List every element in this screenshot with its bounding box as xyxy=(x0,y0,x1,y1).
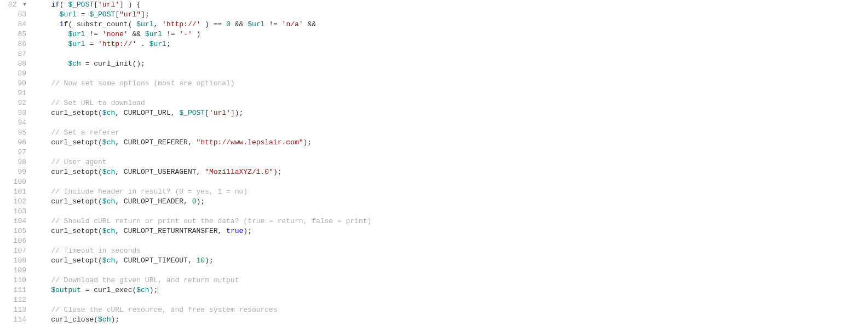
code-editor[interactable]: 82 ▼838485868788899091929394959697989910… xyxy=(0,0,868,325)
line-number[interactable]: 90 xyxy=(0,79,26,89)
token-var: $url xyxy=(60,10,77,19)
line-number[interactable]: 89 xyxy=(0,69,26,79)
code-line[interactable]: // Set a referer xyxy=(34,128,371,138)
line-number[interactable]: 110 xyxy=(0,276,26,285)
line-number[interactable]: 94 xyxy=(0,118,26,128)
line-number[interactable]: 111 xyxy=(0,285,26,295)
code-line[interactable]: if( $_POST['url'] ) { xyxy=(34,0,371,10)
token-comment: // Close the cURL resource, and free sys… xyxy=(51,306,277,314)
token-func: curl_setopt xyxy=(51,197,98,206)
code-line[interactable]: $url = $_POST["url"]; xyxy=(34,10,371,20)
line-number[interactable]: 96 xyxy=(0,138,26,148)
token-comment: // Now set some options (most are option… xyxy=(51,79,234,87)
token-string: "http://www.lepslair.com" xyxy=(197,138,303,147)
code-line[interactable]: // Include header in result? (0 = yes, 1… xyxy=(34,187,371,197)
code-line[interactable]: // Now set some options (most are option… xyxy=(34,79,371,89)
line-number[interactable]: 103 xyxy=(0,207,26,217)
code-line[interactable]: $output = curl_exec($ch); xyxy=(34,285,371,295)
code-line[interactable]: curl_setopt($ch, CURLOPT_RETURNTRANSFER,… xyxy=(34,226,371,236)
code-line[interactable]: $ch = curl_init(); xyxy=(34,59,371,69)
code-line[interactable]: // Download the given URL, and return ou… xyxy=(34,276,371,285)
line-number[interactable]: 88 xyxy=(0,59,26,69)
line-number[interactable]: 87 xyxy=(0,49,26,59)
code-line[interactable]: curl_setopt($ch, CURLOPT_TIMEOUT, 10); xyxy=(34,256,371,266)
line-number[interactable]: 98 xyxy=(0,157,26,167)
fold-toggle-icon[interactable]: ▼ xyxy=(21,0,26,10)
token-var: $_POST xyxy=(179,109,205,117)
token-punct: , CURLOPT_RETURNTRANSFER, xyxy=(115,227,226,235)
line-number[interactable]: 93 xyxy=(0,108,26,118)
token-number: 0 xyxy=(226,20,231,28)
line-gutter[interactable]: 82 ▼838485868788899091929394959697989910… xyxy=(0,0,30,325)
token-func: curl_close xyxy=(51,316,94,324)
token-punct: ( xyxy=(98,138,102,147)
code-line[interactable] xyxy=(34,295,371,305)
code-line[interactable]: curl_close($ch); xyxy=(34,315,371,325)
token-punct: ) == xyxy=(200,20,226,28)
line-number[interactable]: 113 xyxy=(0,305,26,315)
line-number[interactable]: 82 ▼ xyxy=(0,0,26,10)
line-number[interactable]: 108 xyxy=(0,256,26,266)
token-punct: [ xyxy=(115,10,119,19)
line-number[interactable]: 83 xyxy=(0,10,26,20)
code-line[interactable] xyxy=(34,148,371,157)
token-string: "url" xyxy=(119,10,141,19)
code-line[interactable] xyxy=(34,69,371,79)
code-line[interactable]: // Timeout in seconds xyxy=(34,246,371,256)
code-line[interactable] xyxy=(34,177,371,187)
token-func: curl_setopt xyxy=(51,227,98,235)
line-number[interactable]: 107 xyxy=(0,246,26,256)
line-number[interactable]: 102 xyxy=(0,197,26,207)
token-punct: = xyxy=(81,60,94,68)
line-number[interactable]: 91 xyxy=(0,89,26,98)
line-number[interactable]: 106 xyxy=(0,236,26,246)
code-line[interactable] xyxy=(34,118,371,128)
line-number[interactable]: 112 xyxy=(0,295,26,305)
line-number[interactable]: 105 xyxy=(0,226,26,236)
code-line[interactable]: curl_setopt($ch, CURLOPT_URL, $_POST['ur… xyxy=(34,108,371,118)
line-number[interactable]: 84 xyxy=(0,20,26,30)
line-number[interactable]: 101 xyxy=(0,187,26,197)
token-string: 'n/a' xyxy=(282,20,303,28)
code-area[interactable]: if( $_POST['url'] ) { $url = $_POST["url… xyxy=(30,0,371,325)
code-line[interactable]: $url = 'http://' . $url; xyxy=(34,39,371,49)
code-line[interactable] xyxy=(34,236,371,246)
token-var: $url xyxy=(145,30,162,38)
token-punct: [ xyxy=(205,109,209,117)
code-line[interactable]: // Should cURL return or print out the d… xyxy=(34,217,371,226)
line-number[interactable]: 92 xyxy=(0,98,26,108)
token-punct: , CURLOPT_USERAGENT, xyxy=(115,168,205,176)
line-number[interactable]: 100 xyxy=(0,177,26,187)
code-line[interactable] xyxy=(34,207,371,217)
code-line[interactable] xyxy=(34,89,371,98)
token-punct: ); xyxy=(197,197,205,206)
token-punct: ] ) { xyxy=(119,1,141,9)
line-number[interactable]: 114 xyxy=(0,315,26,325)
code-line[interactable]: // Set URL to download xyxy=(34,98,371,108)
code-line[interactable]: curl_setopt($ch, CURLOPT_HEADER, 0); xyxy=(34,197,371,207)
line-number[interactable]: 109 xyxy=(0,266,26,276)
code-line[interactable] xyxy=(34,49,371,59)
line-number[interactable]: 104 xyxy=(0,217,26,226)
code-line[interactable]: $url != 'none' && $url != '-' ) xyxy=(34,30,371,39)
text-cursor xyxy=(158,287,158,294)
line-number[interactable]: 97 xyxy=(0,148,26,157)
token-comment: // Set URL to download xyxy=(51,99,145,107)
code-line[interactable]: curl_setopt($ch, CURLOPT_REFERER, "http:… xyxy=(34,138,371,148)
line-number[interactable]: 99 xyxy=(0,167,26,177)
token-punct: ( xyxy=(128,20,137,28)
token-var: $output xyxy=(51,286,81,294)
token-var: $ch xyxy=(102,109,115,117)
code-line[interactable]: // User agent xyxy=(34,157,371,167)
token-string: 'http://' xyxy=(162,20,200,28)
code-line[interactable] xyxy=(34,266,371,276)
code-line[interactable]: // Close the cURL resource, and free sys… xyxy=(34,305,371,315)
code-line[interactable]: if( substr_count( $url, 'http://' ) == 0… xyxy=(34,20,371,30)
line-number[interactable]: 95 xyxy=(0,128,26,138)
line-number[interactable]: 86 xyxy=(0,39,26,49)
line-number[interactable]: 85 xyxy=(0,30,26,39)
token-punct: = xyxy=(85,40,98,48)
token-func: curl_setopt xyxy=(51,138,98,147)
code-line[interactable]: curl_setopt($ch, CURLOPT_USERAGENT, "Moz… xyxy=(34,167,371,177)
token-punct: ( xyxy=(98,256,102,265)
